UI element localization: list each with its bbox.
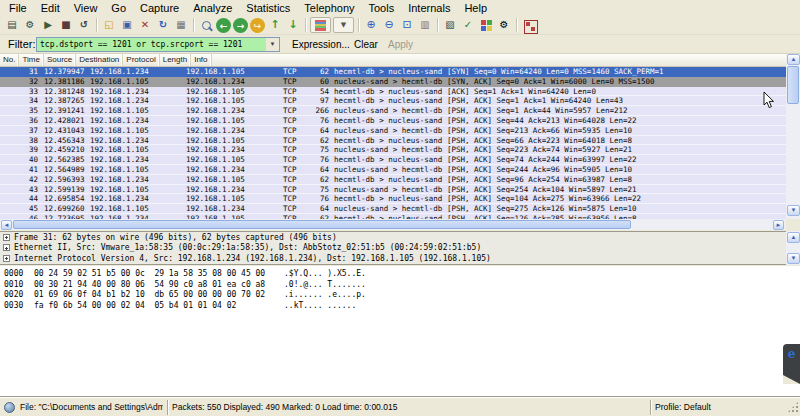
cell-source: 192.168.1.105 [88, 106, 184, 115]
packet-row[interactable]: 42 12.596393 192.168.1.234 192.168.1.105… [0, 175, 786, 185]
packet-row[interactable]: 45 12.699260 192.168.1.105 192.168.1.234… [0, 204, 786, 214]
menu-item[interactable]: Go [104, 1, 133, 15]
expand-icon[interactable] [3, 244, 10, 251]
packet-row[interactable]: 36 12.428021 192.168.1.234 192.168.1.105… [0, 116, 786, 126]
list-interfaces-icon[interactable]: ▤ [3, 17, 21, 33]
print-icon[interactable]: ▦ [172, 17, 190, 33]
display-filter-icon[interactable]: ✓ [459, 17, 477, 33]
hex-row: 0010 00 30 21 94 40 00 80 06 54 90 c0 a8… [0, 280, 800, 291]
scroll-up-icon[interactable]: ▲ [787, 232, 800, 243]
zoom-100-icon[interactable]: ⊡ [398, 17, 416, 33]
cell-length: 62 [310, 136, 332, 145]
cell-destination: 192.168.1.105 [184, 116, 281, 125]
column-header[interactable]: Info [191, 54, 211, 66]
packet-row[interactable]: 40 12.562385 192.168.1.234 192.168.1.105… [0, 155, 786, 165]
menu-item[interactable]: Capture [133, 1, 186, 15]
scroll-down-icon[interactable]: ▼ [787, 205, 800, 216]
go-forward-icon[interactable]: → [233, 18, 248, 33]
packet-row[interactable]: 38 12.456343 192.168.1.234 192.168.1.105… [0, 136, 786, 146]
packet-row[interactable]: 33 12.381248 192.168.1.234 192.168.1.105… [0, 87, 786, 97]
scroll-left-icon[interactable]: ◄ [1, 220, 12, 230]
packet-row[interactable]: 32 12.381186 192.168.1.105 192.168.1.234… [0, 77, 786, 87]
resize-columns-icon[interactable]: ▥ [416, 17, 434, 33]
help-icon[interactable] [520, 17, 538, 33]
column-header[interactable]: Protocol [123, 54, 159, 66]
packet-row[interactable]: 35 12.391241 192.168.1.105 192.168.1.234… [0, 106, 786, 116]
vscroll-thumb[interactable] [787, 66, 799, 104]
hex-ascii: .0!.@... T....... [284, 280, 366, 291]
go-top-icon[interactable]: ↑ [266, 17, 284, 33]
menu-item[interactable]: View [67, 1, 105, 15]
open-file-icon[interactable]: ◱ [100, 17, 118, 33]
menu-item[interactable]: Telephony [297, 1, 361, 15]
packet-row[interactable]: 31 12.379947 192.168.1.234 192.168.1.105… [0, 67, 786, 77]
expert-info-icon[interactable] [4, 402, 15, 413]
save-file-icon[interactable]: ▣ [118, 17, 136, 33]
find-packet-icon[interactable] [197, 17, 215, 33]
hex-bytes: 01 69 06 0f 04 b1 b2 10 db 65 00 00 00 0… [34, 290, 284, 301]
packet-row[interactable]: 41 12.564989 192.168.1.105 192.168.1.234… [0, 165, 786, 175]
reload-icon[interactable]: ↻ [154, 17, 172, 33]
packet-row[interactable]: 37 12.431043 192.168.1.105 192.168.1.234… [0, 126, 786, 136]
go-to-packet-icon[interactable]: ↪ [250, 18, 265, 33]
autoscroll-toggle[interactable]: ▼ [333, 17, 354, 33]
column-header[interactable]: Length [160, 54, 191, 66]
zoom-out-icon[interactable]: ⊖ [380, 17, 398, 33]
menu-item[interactable]: File [2, 1, 34, 15]
capture-options-icon[interactable]: ⚙ [21, 17, 39, 33]
start-capture-icon[interactable]: ▶ [39, 17, 57, 33]
cell-destination: 192.168.1.105 [184, 136, 281, 145]
hex-row: 0020 01 69 06 0f 04 b1 b2 10 db 65 00 00… [0, 290, 800, 301]
go-bottom-icon[interactable]: ↓ [284, 17, 302, 33]
cell-length: 75 [310, 185, 332, 194]
preferences-icon[interactable]: ⚙ [495, 17, 513, 33]
expand-icon[interactable] [3, 234, 10, 241]
coloring-rules-icon[interactable] [477, 17, 495, 33]
clear-button[interactable]: Clear [348, 39, 384, 50]
packet-details-pane: Frame 31: 62 bytes on wire (496 bits), 6… [0, 231, 800, 265]
cell-destination: 192.168.1.234 [184, 185, 281, 194]
packet-row[interactable]: 43 12.599139 192.168.1.105 192.168.1.234… [0, 185, 786, 195]
menu-item[interactable]: Statistics [239, 1, 297, 15]
go-back-icon[interactable]: ← [216, 18, 231, 33]
hex-dump-pane[interactable]: 0000 00 24 59 02 51 b5 00 0c 29 1a 58 35… [0, 266, 800, 397]
filter-dropdown-icon[interactable]: ▼ [266, 38, 279, 51]
capture-filter-icon[interactable]: ▧ [441, 17, 459, 33]
detail-row[interactable]: Internet Protocol Version 4, Src: 192.16… [0, 253, 800, 264]
detail-row[interactable]: Frame 31: 62 bytes on wire (496 bits), 6… [0, 232, 800, 243]
packet-row[interactable]: 34 12.387265 192.168.1.234 192.168.1.105… [0, 96, 786, 106]
column-header[interactable]: Source [44, 54, 76, 66]
desktop-shortcut-icon[interactable]: e [783, 344, 800, 384]
expression-button[interactable]: Expression... [286, 39, 356, 50]
hex-bytes: 00 30 21 94 40 00 80 06 54 90 c0 a8 01 e… [34, 280, 284, 291]
scroll-right-icon[interactable]: ► [773, 220, 784, 230]
colorize-toggle[interactable] [310, 17, 331, 33]
menu-item[interactable]: Internals [401, 1, 457, 15]
restart-capture-icon[interactable]: ↺ [75, 17, 93, 33]
column-header[interactable]: Time [19, 54, 43, 66]
cell-protocol: TCP [281, 145, 310, 154]
apply-button[interactable]: Apply [382, 39, 419, 50]
packet-row[interactable]: 44 12.695854 192.168.1.234 192.168.1.105… [0, 194, 786, 204]
cell-no: 42 [0, 175, 42, 184]
resize-grip[interactable] [787, 401, 799, 413]
detail-row[interactable]: Ethernet II, Src: Vmware_1a:58:35 (00:0c… [0, 243, 800, 254]
menu-item[interactable]: Analyze [186, 1, 239, 15]
scroll-up-icon[interactable]: ▲ [787, 54, 800, 65]
cell-protocol: TCP [281, 136, 310, 145]
menu-item[interactable]: Tools [362, 1, 402, 15]
zoom-in-icon[interactable]: ⊕ [362, 17, 380, 33]
expand-icon[interactable] [3, 255, 10, 262]
close-file-icon[interactable]: ✕ [136, 17, 154, 33]
menu-item[interactable]: Help [457, 1, 494, 15]
column-header[interactable]: Destination [76, 54, 123, 66]
packet-row[interactable]: 39 12.459210 192.168.1.105 192.168.1.234… [0, 145, 786, 155]
cell-protocol: TCP [281, 155, 310, 164]
hscroll-thumb[interactable] [13, 220, 631, 229]
status-divider [167, 400, 168, 415]
scroll-down-icon[interactable]: ▼ [787, 253, 800, 264]
display-filter-input[interactable] [37, 38, 266, 51]
menu-item[interactable]: Edit [34, 1, 67, 15]
stop-capture-icon[interactable]: ■ [57, 17, 75, 33]
column-header[interactable]: No. [0, 54, 19, 66]
